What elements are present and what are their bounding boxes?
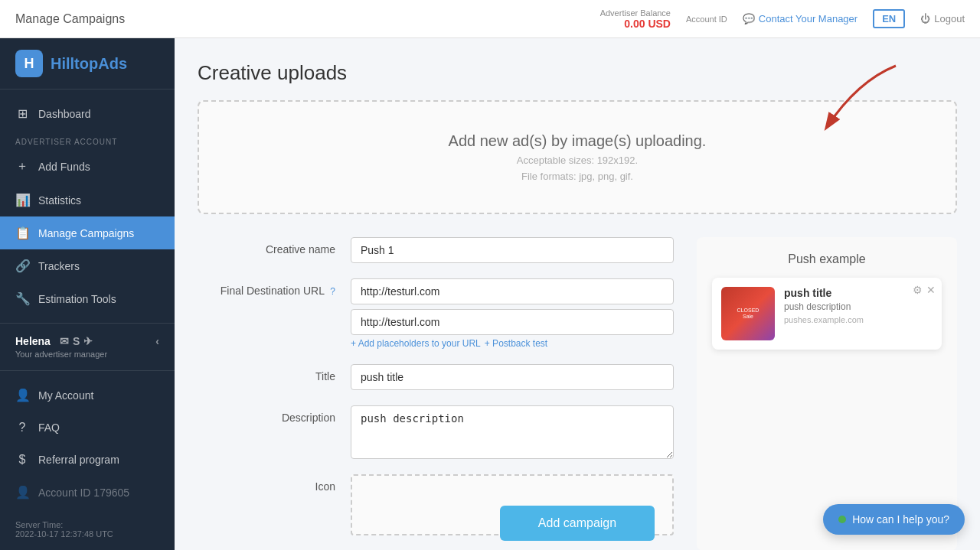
creative-name-row: Creative name <box>198 237 674 263</box>
help-icon[interactable]: ? <box>330 286 335 297</box>
postback-test-link[interactable]: + Postback test <box>485 338 547 349</box>
sidebar-item-label: Statistics <box>38 194 81 207</box>
final-url-row: Final Destination URL ? + Add placeholde… <box>198 278 674 349</box>
description-row: Description push description <box>198 405 674 459</box>
contact-manager-button[interactable]: 💬 Contact Your Manager <box>743 13 858 24</box>
sidebar-section-advertiser: ADVERTISER ACCOUNT <box>0 130 175 149</box>
title-input[interactable] <box>351 364 674 390</box>
push-preview: CLOSEDSale push title push description p… <box>712 278 942 350</box>
manager-name-label: Helena <box>15 335 51 347</box>
sidebar-item-account-id: 👤 Account ID 179605 <box>15 476 159 509</box>
campaigns-icon: 📋 <box>15 226 29 240</box>
server-time-value: 2022-10-17 12:37:48 UTC <box>15 529 159 539</box>
upload-drop-zone[interactable]: Add new ad(s) by image(s) uploading. Acc… <box>198 100 957 214</box>
balance-label: Advertiser Balance <box>600 8 671 18</box>
sidebar-item-trackers[interactable]: 🔗 Trackers <box>0 249 175 282</box>
push-preview-img-inner: CLOSEDSale <box>721 287 775 340</box>
close-icon[interactable]: ✕ <box>926 284 936 296</box>
manager-role-label: Your advertiser manager <box>15 350 159 359</box>
push-preview-image: CLOSEDSale <box>721 287 775 340</box>
push-example-box: Push example CLOSEDSale push title push … <box>697 237 957 550</box>
form-section: Creative name Final Destination URL ? + … <box>198 237 674 550</box>
dashboard-icon: ⊞ <box>15 106 29 121</box>
sidebar-item-label: My Account <box>38 389 93 402</box>
sidebar-item-faq[interactable]: ? FAQ <box>15 412 159 444</box>
topbar-balance: Advertiser Balance 0.00 USD <box>600 8 671 30</box>
sidebar-item-label: Add Funds <box>38 161 90 173</box>
push-preview-push-title: push title <box>784 287 933 299</box>
tools-icon: 🔧 <box>15 291 29 306</box>
main-layout: H HilltopAds ⊞ Dashboard ADVERTISER ACCO… <box>0 38 980 550</box>
creative-name-label: Creative name <box>198 237 351 255</box>
sidebar-item-dashboard[interactable]: ⊞ Dashboard <box>0 97 175 130</box>
sidebar-collapse-button[interactable]: ‹ <box>155 335 159 347</box>
chat-online-dot <box>838 516 846 523</box>
title-row: Title <box>198 364 674 390</box>
telegram-icon[interactable]: ✈ <box>83 335 93 347</box>
url-field-group: + Add placeholders to your URL + Postbac… <box>351 278 674 349</box>
add-funds-icon: ＋ <box>15 158 29 174</box>
form-push-layout: Creative name Final Destination URL ? + … <box>198 237 957 550</box>
sidebar-item-manage-campaigns[interactable]: 📋 Manage Campaigns <box>0 216 175 249</box>
chat-label: How can I help you? <box>852 513 949 526</box>
email-icon[interactable]: ✉ <box>60 335 69 347</box>
sidebar-item-statistics[interactable]: 📊 Statistics <box>0 184 175 216</box>
sidebar-bottom: Server Time: 2022-10-17 12:37:48 UTC <box>0 513 175 550</box>
logo-text: HilltopAds <box>51 55 127 73</box>
final-url-input[interactable] <box>351 309 674 335</box>
sidebar-item-label: Trackers <box>38 260 80 272</box>
skype-icon[interactable]: S <box>73 335 80 347</box>
sidebar-nav: ⊞ Dashboard ADVERTISER ACCOUNT ＋ Add Fun… <box>0 89 175 323</box>
trackers-icon: 🔗 <box>15 259 29 273</box>
upload-sub-text-2: File formats: jpg, png, gif. <box>521 171 633 182</box>
topbar-account-id: Account ID <box>686 15 727 24</box>
account-id-label: Account ID 179605 <box>38 487 129 499</box>
sidebar-item-add-funds[interactable]: ＋ Add Funds <box>0 149 175 184</box>
sidebar-item-label: Manage Campaigns <box>38 227 134 239</box>
sidebar: H HilltopAds ⊞ Dashboard ADVERTISER ACCO… <box>0 38 175 550</box>
sidebar-item-referral[interactable]: $ Referral program <box>15 444 159 476</box>
add-placeholders-link[interactable]: + Add placeholders to your URL <box>351 338 481 349</box>
topbar: Manage Campaigns Advertiser Balance 0.00… <box>0 0 980 38</box>
logout-button[interactable]: ⏻ Logout <box>920 13 965 24</box>
manager-name-row: Helena ✉ S ✈ ‹ <box>15 335 159 347</box>
logo-icon: H <box>15 50 43 77</box>
language-button[interactable]: EN <box>873 9 905 28</box>
topbar-page-title: Manage Campaigns <box>15 12 125 26</box>
push-preview-url: pushes.example.com <box>784 315 933 324</box>
sidebar-item-label: Estimation Tools <box>38 293 116 305</box>
chat-icon: 💬 <box>743 13 755 24</box>
creative-name-input[interactable] <box>351 237 674 263</box>
balance-amount: 0.00 USD <box>624 18 671 30</box>
settings-icon[interactable]: ⚙ <box>913 284 923 296</box>
sidebar-item-my-account[interactable]: 👤 My Account <box>15 379 159 412</box>
server-time-label: Server Time: <box>15 520 159 529</box>
upload-main-text: Add new ad(s) by image(s) uploading. <box>449 132 707 150</box>
title-label: Title <box>198 364 351 382</box>
description-input[interactable]: push description <box>351 405 674 459</box>
icon-label: Icon <box>198 474 351 493</box>
sidebar-logo: H HilltopAds <box>0 38 175 89</box>
url-links: + Add placeholders to your URL + Postbac… <box>351 338 674 349</box>
add-campaign-button[interactable]: Add campaign <box>500 506 655 541</box>
sidebar-item-label: Dashboard <box>38 108 91 120</box>
page-title: Creative uploads <box>198 61 957 85</box>
sidebar-account-section: 👤 My Account ? FAQ $ Referral program 👤 … <box>0 370 175 513</box>
sidebar-manager: Helena ✉ S ✈ ‹ Your advertiser manager <box>0 323 175 370</box>
chat-widget[interactable]: How can I help you? <box>823 504 965 535</box>
id-icon: 👤 <box>15 485 29 500</box>
sidebar-item-estimation-tools[interactable]: 🔧 Estimation Tools <box>0 282 175 315</box>
sidebar-item-label: FAQ <box>38 421 60 434</box>
push-example-title: Push example <box>712 252 942 266</box>
upload-sub-text-1: Acceptable sizes: 192x192. <box>517 155 638 166</box>
push-preview-push-desc: push description <box>784 301 933 312</box>
manager-icons: ✉ S ✈ <box>60 335 93 347</box>
description-label: Description <box>198 405 351 424</box>
faq-icon: ? <box>15 421 29 434</box>
statistics-icon: 📊 <box>15 193 29 207</box>
final-url-label: Final Destination URL ? <box>198 278 351 297</box>
referral-icon: $ <box>15 453 29 467</box>
logout-icon: ⏻ <box>920 13 930 24</box>
push-preview-content: push title push description pushes.examp… <box>784 287 933 324</box>
final-url-display[interactable] <box>351 278 674 304</box>
